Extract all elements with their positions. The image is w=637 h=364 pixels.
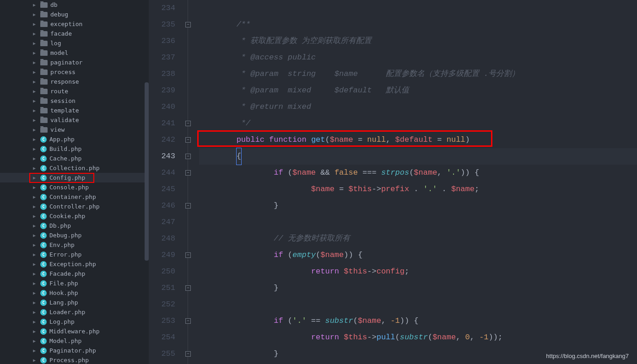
code-area[interactable]: /** * 获取配置参数 为空则获取所有配置 * @access public … — [199, 0, 637, 364]
expand-arrow-icon[interactable]: ▶ — [33, 358, 38, 363]
code-line[interactable]: $name = $this->prefix . '.' . $name; — [199, 181, 637, 198]
expand-arrow-icon[interactable]: ▶ — [33, 204, 38, 209]
expand-arrow-icon[interactable]: ▶ — [33, 242, 38, 247]
folder-item[interactable]: ▶process — [0, 67, 149, 77]
expand-arrow-icon[interactable]: ▶ — [33, 194, 38, 199]
file-item[interactable]: ▶Db.php — [0, 221, 149, 230]
file-item[interactable]: ▶Cookie.php — [0, 211, 149, 221]
file-item[interactable]: ▶Loader.php — [0, 307, 149, 317]
expand-arrow-icon[interactable]: ▶ — [33, 185, 38, 190]
line-number[interactable]: 234 — [149, 0, 175, 16]
fold-toggle-icon[interactable]: − — [185, 203, 191, 209]
code-line[interactable]: * 获取配置参数 为空则获取所有配置 — [199, 33, 637, 49]
expand-arrow-icon[interactable]: ▶ — [33, 310, 38, 315]
code-line[interactable]: if ($name && false === strpos($name, '.'… — [199, 165, 637, 181]
file-item[interactable]: ▶Env.php — [0, 240, 149, 250]
expand-arrow-icon[interactable]: ▶ — [33, 70, 38, 75]
expand-arrow-icon[interactable]: ▶ — [33, 338, 38, 343]
code-line[interactable]: public function get($name = null, $defau… — [199, 132, 637, 148]
fold-toggle-icon[interactable]: − — [185, 318, 191, 324]
file-item[interactable]: ▶Collection.php — [0, 163, 149, 173]
line-number[interactable]: 248 — [149, 230, 175, 247]
code-line[interactable]: { — [199, 148, 637, 165]
fold-toggle-icon[interactable]: − — [185, 285, 191, 291]
expand-arrow-icon[interactable]: ▶ — [33, 290, 38, 295]
expand-arrow-icon[interactable]: ▶ — [33, 233, 38, 238]
file-item[interactable]: ▶File.php — [0, 278, 149, 288]
expand-arrow-icon[interactable]: ▶ — [33, 319, 38, 324]
line-number[interactable]: 249 — [149, 247, 175, 263]
code-line[interactable]: * @param mixed $default 默认值 — [199, 82, 637, 99]
expand-arrow-icon[interactable]: ▶ — [33, 2, 38, 7]
line-number[interactable]: 241 — [149, 115, 175, 132]
line-number[interactable]: 254 — [149, 329, 175, 346]
file-item[interactable]: ▶Console.php — [0, 182, 149, 192]
expand-arrow-icon[interactable]: ▶ — [33, 21, 38, 27]
folder-item[interactable]: ▶route — [0, 86, 149, 96]
file-item[interactable]: ▶Config.php — [0, 173, 149, 182]
file-explorer[interactable]: ▶db▶debug▶exception▶facade▶log▶model▶pag… — [0, 0, 149, 364]
expand-arrow-icon[interactable]: ▶ — [33, 348, 38, 353]
expand-arrow-icon[interactable]: ▶ — [33, 156, 38, 161]
expand-arrow-icon[interactable]: ▶ — [33, 214, 38, 219]
file-item[interactable]: ▶Container.php — [0, 192, 149, 202]
code-line[interactable]: return $this->pull(substr($name, 0, -1))… — [199, 329, 637, 346]
line-number[interactable]: 242 — [149, 132, 175, 148]
folder-item[interactable]: ▶log — [0, 38, 149, 48]
file-item[interactable]: ▶Debug.php — [0, 230, 149, 240]
folder-item[interactable]: ▶paginator — [0, 58, 149, 67]
code-line[interactable] — [199, 362, 637, 364]
expand-arrow-icon[interactable]: ▶ — [33, 329, 38, 334]
fold-toggle-icon[interactable]: − — [185, 170, 191, 176]
fold-toggle-icon[interactable]: − — [185, 252, 191, 258]
expand-arrow-icon[interactable]: ▶ — [33, 175, 38, 180]
file-item[interactable]: ▶Middleware.php — [0, 327, 149, 336]
line-number[interactable]: 252 — [149, 296, 175, 313]
sidebar-scrollbar[interactable] — [145, 82, 149, 261]
code-line[interactable]: if ('.' == substr($name, -1)) { — [199, 313, 637, 329]
expand-arrow-icon[interactable]: ▶ — [33, 146, 38, 151]
code-line[interactable]: if (empty($name)) { — [199, 247, 637, 263]
folder-item[interactable]: ▶session — [0, 96, 149, 106]
code-line[interactable] — [199, 0, 637, 16]
code-editor[interactable]: 2342352362372382392402412422432442452462… — [149, 0, 637, 364]
code-line[interactable] — [199, 296, 637, 313]
fold-toggle-icon[interactable]: − — [185, 351, 191, 357]
line-number[interactable]: 238 — [149, 66, 175, 82]
expand-arrow-icon[interactable]: ▶ — [33, 31, 38, 36]
expand-arrow-icon[interactable]: ▶ — [33, 262, 38, 267]
fold-toggle-icon[interactable]: − — [185, 22, 191, 27]
code-line[interactable]: /** — [199, 16, 637, 33]
file-item[interactable]: ▶Log.php — [0, 317, 149, 327]
code-line[interactable]: // 无参数时获取所有 — [199, 230, 637, 247]
expand-arrow-icon[interactable]: ▶ — [33, 12, 38, 17]
line-number[interactable]: 256 — [149, 362, 175, 364]
expand-arrow-icon[interactable]: ▶ — [33, 166, 38, 171]
expand-arrow-icon[interactable]: ▶ — [33, 118, 38, 123]
file-item[interactable]: ▶Model.php — [0, 336, 149, 346]
folder-item[interactable]: ▶model — [0, 48, 149, 58]
expand-arrow-icon[interactable]: ▶ — [33, 108, 38, 113]
line-number[interactable]: 236 — [149, 33, 175, 49]
file-item[interactable]: ▶Facade.php — [0, 269, 149, 278]
expand-arrow-icon[interactable]: ▶ — [33, 79, 38, 84]
line-number[interactable]: 237 — [149, 49, 175, 66]
file-item[interactable]: ▶Controller.php — [0, 202, 149, 211]
file-item[interactable]: ▶App.php — [0, 134, 149, 144]
folder-item[interactable]: ▶response — [0, 77, 149, 86]
code-line[interactable]: * @param string $name 配置参数名（支持多级配置 .号分割） — [199, 66, 637, 82]
line-number[interactable]: 250 — [149, 263, 175, 280]
fold-toggle-icon[interactable]: − — [185, 154, 191, 159]
expand-arrow-icon[interactable]: ▶ — [33, 50, 38, 55]
folder-item[interactable]: ▶debug — [0, 10, 149, 19]
line-number[interactable]: 245 — [149, 181, 175, 198]
code-line[interactable]: */ — [199, 115, 637, 132]
line-number[interactable]: 246 — [149, 198, 175, 214]
fold-column[interactable]: −−−−−−−−−− — [185, 0, 199, 364]
line-number[interactable]: 255 — [149, 346, 175, 362]
file-item[interactable]: ▶Paginator.php — [0, 346, 149, 355]
expand-arrow-icon[interactable]: ▶ — [33, 223, 38, 228]
file-item[interactable]: ▶Lang.php — [0, 298, 149, 307]
expand-arrow-icon[interactable]: ▶ — [33, 281, 38, 286]
code-line[interactable]: } — [199, 280, 637, 296]
